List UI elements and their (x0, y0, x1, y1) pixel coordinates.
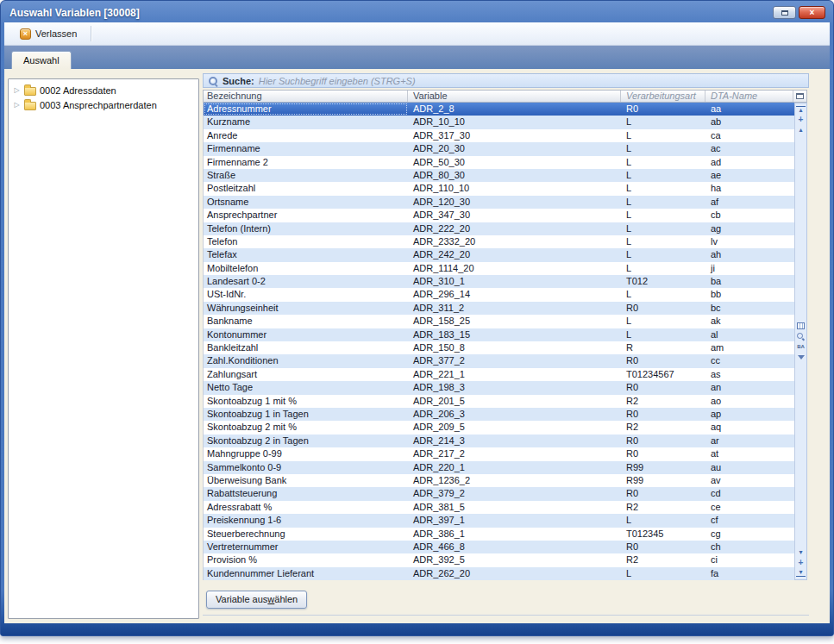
table-cell: R99 (621, 461, 705, 474)
table-cell: ADR_386_1 (408, 528, 621, 541)
table-row[interactable]: Netto TageADR_198_3R0an (204, 381, 794, 394)
toolbar: × Verlassen (4, 22, 830, 46)
table-row[interactable]: Telefon (Intern)ADR_222_20Lag (204, 222, 794, 235)
table-cell: Firmenname (204, 142, 408, 155)
table-row[interactable]: AdressnummerADR_2_8R0aa (204, 103, 794, 116)
table-row[interactable]: Mahngruppe 0-99ADR_217_2R0at (204, 447, 794, 460)
table-row[interactable]: BanknameADR_158_25Lak (204, 315, 794, 328)
table-cell: Rabattsteuerung (204, 487, 408, 500)
table-cell: ADR_1114_20 (408, 262, 621, 275)
table-cell: R2 (621, 553, 705, 566)
table-row[interactable]: Skontoabzug 1 mit %ADR_201_5R2ao (204, 395, 794, 408)
table-row[interactable]: Skontoabzug 2 mit %ADR_209_5R2aq (204, 421, 794, 434)
expand-arrow-icon[interactable]: ▷ (13, 83, 21, 97)
table-cell: ADR_110_10 (408, 182, 621, 195)
tree-item[interactable]: ▷0002 Adressdaten (9, 83, 198, 97)
table-cell: au (705, 461, 794, 474)
column-header-bezeichnung[interactable]: Bezeichnung (204, 91, 408, 102)
table-cell: at (705, 447, 794, 460)
restore-button[interactable] (773, 6, 796, 19)
titlebar[interactable]: Auswahl Variablen [30008] × (1, 1, 833, 22)
table-row[interactable]: BankleitzahlADR_150_8Ram (204, 341, 794, 354)
table-row[interactable]: OrtsnameADR_120_30Laf (204, 196, 794, 209)
search-input[interactable] (259, 76, 804, 86)
table-row[interactable]: SteuerberechnungADR_386_1T012345cg (204, 528, 794, 541)
table-row[interactable]: FirmennameADR_20_30Lac (204, 142, 794, 155)
column-header-dta-name[interactable]: DTA-Name (705, 91, 793, 102)
table-cell: ADR_221_1 (408, 368, 621, 381)
table-row[interactable]: StraßeADR_80_30Lae (204, 169, 794, 182)
table-cell: R0 (621, 302, 705, 315)
scroll-page-down-icon[interactable]: + (796, 559, 806, 567)
table-cell: R2 (621, 395, 705, 408)
scroll-to-last-icon[interactable]: ▾ (796, 569, 806, 577)
table-cell: Ortsname (204, 196, 408, 209)
table-row[interactable]: Sammelkonto 0-9ADR_220_1R99au (204, 461, 794, 474)
table-cell: L (621, 182, 705, 195)
tree-panel[interactable]: ▷0002 Adressdaten▷0003 Ansprechpartnerda… (8, 78, 199, 619)
table-cell: Firmenname 2 (204, 156, 408, 169)
table-cell: Skontoabzug 1 mit % (204, 395, 408, 408)
search-icon (208, 76, 218, 86)
table-row[interactable]: Firmenname 2ADR_50_30Lad (204, 156, 794, 169)
table-row[interactable]: TelefonADR_2332_20Llv (204, 235, 794, 248)
scroll-to-first-icon[interactable]: ▴ (796, 106, 806, 114)
variable-auswaehlen-button[interactable]: Variable auswählen (206, 591, 307, 609)
table-row[interactable]: Landesart 0-2ADR_310_1T012ba (204, 275, 794, 288)
columns-icon[interactable] (796, 322, 806, 330)
scroll-page-up-icon[interactable]: + (796, 116, 806, 124)
table-row[interactable]: WährungseinheitADR_311_2R0bc (204, 302, 794, 315)
table-row[interactable]: Preiskennung 1-6ADR_397_1Lcf (204, 514, 794, 527)
table-row[interactable]: RabattsteuerungADR_379_2R0cd (204, 487, 794, 500)
table-main: AdressnummerADR_2_8R0aaKurznameADR_10_10… (203, 103, 807, 580)
tab-auswahl[interactable]: Auswahl (11, 51, 72, 69)
window-body: × Verlassen Auswahl ▷0002 Adressdaten▷00… (4, 22, 830, 623)
filter-icon[interactable] (796, 353, 806, 361)
table-cell: ADR_2_8 (408, 103, 621, 116)
table-row[interactable]: Überweisung BankADR_1236_2R99av (204, 474, 794, 487)
column-header-verarbeitungsart[interactable]: Verarbeitungsart (621, 91, 705, 102)
table-row[interactable]: PostleitzahlADR_110_10Lha (204, 182, 794, 195)
tree-item[interactable]: ▷0003 Ansprechpartnerdaten (9, 97, 198, 112)
table-row[interactable]: Zahl.KonditionenADR_377_2R0cc (204, 354, 794, 367)
exit-x-icon: × (20, 28, 31, 40)
table-cell: T012345 (621, 528, 705, 541)
table-cell: Preiskennung 1-6 (204, 514, 408, 527)
sort-ba-icon[interactable]: BA (796, 342, 806, 351)
column-header-variable[interactable]: Variable (408, 91, 621, 102)
table-row[interactable]: Skontoabzug 2 in TagenADR_214_3R0ar (204, 435, 794, 447)
table-row[interactable]: AnsprechpartnerADR_347_30Lcb (204, 209, 794, 222)
table-cell: L (621, 235, 705, 248)
verlassen-button[interactable]: × Verlassen (15, 27, 82, 41)
table-cell: an (705, 381, 794, 394)
table-row[interactable]: ZahlungsartADR_221_1T01234567as (204, 368, 794, 381)
table-row[interactable]: Kundennummer LieferantADR_262_20Lfa (204, 567, 794, 580)
table-cell: Mahngruppe 0-99 (204, 447, 408, 460)
table-cell: ADR_379_2 (408, 487, 621, 500)
expand-arrow-icon[interactable]: ▷ (13, 97, 21, 112)
column-chooser-icon (796, 93, 804, 99)
table-row[interactable]: Adressrabatt %ADR_381_5R2ce (204, 501, 794, 514)
scroll-up-icon[interactable]: ▴ (796, 126, 806, 134)
table-row[interactable]: USt-IdNr.ADR_296_14Lbb (204, 288, 794, 301)
magnifier-icon[interactable] (796, 332, 806, 341)
search-bar[interactable]: Suche: (203, 73, 809, 88)
table-row[interactable]: Provision %ADR_392_5R2ci (204, 553, 794, 566)
table-row[interactable]: KontonummerADR_183_15Lal (204, 328, 794, 341)
table-row[interactable]: MobiltelefonADR_1114_20Lji (204, 262, 794, 275)
close-button[interactable]: × (799, 6, 825, 19)
column-chooser-button[interactable] (793, 91, 806, 102)
table-row[interactable]: VertreternummerADR_466_8R0ch (204, 541, 794, 553)
table-body: AdressnummerADR_2_8R0aaKurznameADR_10_10… (203, 103, 794, 580)
table-row[interactable]: KurznameADR_10_10Lab (204, 116, 794, 128)
table-row[interactable]: TelefaxADR_242_20Lah (204, 248, 794, 261)
table-cell: Sammelkonto 0-9 (204, 461, 408, 474)
scroll-down-icon[interactable]: ▾ (796, 548, 806, 557)
panel-bottom-divider (203, 615, 809, 616)
table-cell: ADR_214_3 (408, 435, 621, 447)
table-scrollbar[interactable]: ▴ + ▴ BA ▾ (794, 103, 807, 580)
table-cell: ADR_217_2 (408, 447, 621, 460)
window-title: Auswahl Variablen [30008] (9, 7, 773, 19)
table-row[interactable]: AnredeADR_317_30Lca (204, 129, 794, 142)
table-row[interactable]: Skontoabzug 1 in TagenADR_206_3R0ap (204, 408, 794, 421)
